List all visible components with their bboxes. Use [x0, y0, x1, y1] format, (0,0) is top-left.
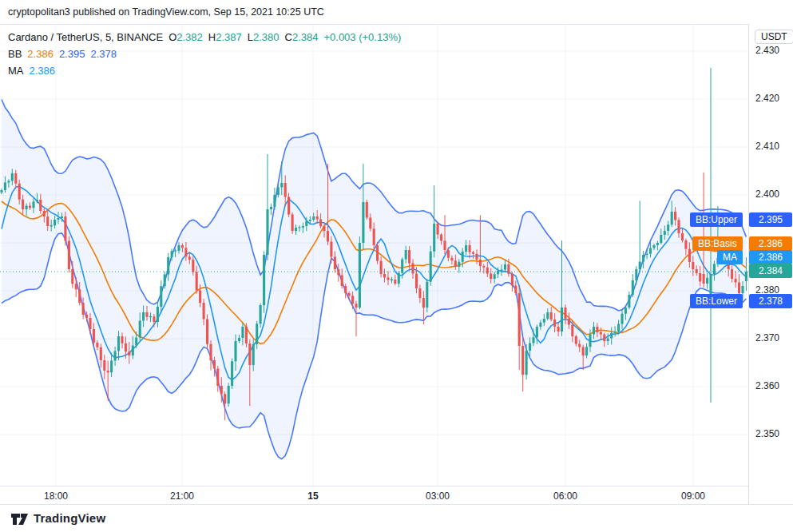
- time-axis[interactable]: 18:0021:001503:0006:0009:00: [0, 486, 748, 505]
- attribution-text: cryptopolitan3 published on TradingView.…: [8, 6, 324, 18]
- footer-bar: TradingView: [0, 504, 793, 532]
- legend-ma-row[interactable]: MA2.386: [8, 62, 401, 79]
- tradingview-brand-text[interactable]: TradingView: [34, 511, 105, 525]
- indicator-tag-ma: MA: [717, 250, 743, 264]
- price-tick-label: 2.410: [755, 141, 779, 152]
- price-tick-label: 2.360: [755, 380, 779, 391]
- price-tick-label: 2.350: [755, 428, 779, 439]
- time-tick-label: 03:00: [426, 490, 450, 502]
- header-bar: cryptopolitan3 published on TradingView.…: [0, 0, 793, 24]
- axis-value-tag: 2.395: [749, 212, 792, 227]
- axis-value-tag: 2.378: [749, 294, 792, 308]
- price-tick-label: 2.420: [755, 93, 779, 104]
- indicator-tag-bb-upper: BB:Upper: [690, 212, 743, 227]
- time-tick-label: 06:00: [553, 490, 577, 502]
- price-tick-label: 2.400: [755, 189, 779, 200]
- chart-legend: Cardano / TetherUS, 5, BINANCEO2.382H2.3…: [8, 29, 401, 79]
- axis-value-tag: 2.386: [749, 250, 792, 264]
- bb-lower-value: 2.378: [90, 48, 117, 60]
- indicator-tag-bb-basis: BB:Basis: [692, 236, 743, 251]
- ohlc-high-key: H: [208, 31, 216, 43]
- ohlc-low-value: 2.380: [253, 31, 280, 43]
- tradingview-snapshot: cryptopolitan3 published on TradingView.…: [0, 0, 793, 532]
- ohlc-open-key: O: [169, 31, 176, 43]
- bb-indicator-label[interactable]: BB: [8, 48, 22, 60]
- ohlc-close-key: C: [285, 31, 292, 43]
- time-tick-label: 18:00: [44, 490, 68, 502]
- candlestick-chart[interactable]: [0, 25, 748, 486]
- ma-indicator-label[interactable]: MA: [8, 65, 24, 77]
- legend-symbol-row[interactable]: Cardano / TetherUS, 5, BINANCEO2.382H2.3…: [8, 29, 401, 46]
- axis-value-tag: 2.386: [749, 236, 792, 251]
- last-price-tag: 2.384: [749, 264, 792, 278]
- tradingview-logo-icon[interactable]: [10, 511, 31, 527]
- indicator-tag-bb-lower: BB:Lower: [690, 294, 743, 308]
- legend-bb-row[interactable]: BB2.3862.3952.378: [8, 46, 401, 62]
- price-tick-label: 2.370: [755, 332, 779, 343]
- bb-upper-value: 2.395: [59, 48, 85, 60]
- time-tick-label: 15: [307, 490, 318, 502]
- ohlc-low-key: L: [248, 31, 253, 43]
- ohlc-high-value: 2.387: [216, 31, 242, 43]
- time-tick-label: 09:00: [681, 490, 705, 502]
- currency-badge: USDT: [755, 30, 793, 44]
- price-tick-label: 2.430: [755, 45, 779, 56]
- chart-pane[interactable]: [0, 24, 748, 486]
- ohlc-open-value: 2.382: [176, 31, 203, 43]
- ohlc-close-value: 2.384: [292, 31, 319, 43]
- bb-basis-value: 2.386: [27, 48, 54, 60]
- symbol-title[interactable]: Cardano / TetherUS, 5, BINANCE: [8, 31, 163, 43]
- time-tick-label: 21:00: [170, 490, 194, 502]
- change-value: +0.003 (+0.13%): [323, 31, 401, 43]
- ma-value: 2.386: [30, 65, 56, 77]
